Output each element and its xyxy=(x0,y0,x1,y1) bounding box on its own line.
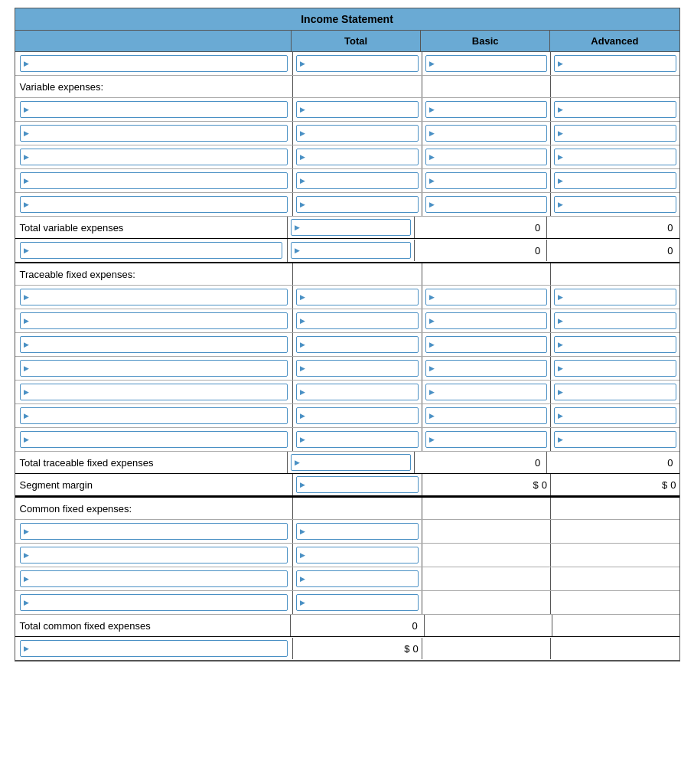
label-input[interactable] xyxy=(20,547,288,564)
total-input[interactable] xyxy=(291,242,410,259)
label-input[interactable] xyxy=(20,431,288,448)
total-input[interactable] xyxy=(296,360,418,377)
sm-total-input[interactable] xyxy=(296,476,418,493)
net-income-input[interactable] xyxy=(20,640,288,657)
total-input[interactable] xyxy=(296,431,418,448)
label-input[interactable] xyxy=(20,125,288,142)
advanced-input[interactable] xyxy=(554,289,676,305)
advanced-empty-cell xyxy=(552,615,679,636)
total-tf-input[interactable] xyxy=(291,454,410,471)
basic-input-cell xyxy=(422,286,550,309)
label-input[interactable] xyxy=(20,55,288,72)
total-input[interactable] xyxy=(296,594,418,611)
table-row: 0 0 xyxy=(15,239,679,263)
label-input[interactable] xyxy=(20,570,288,587)
total-variable-row: Total variable expenses 0 0 xyxy=(15,217,679,239)
total-input[interactable] xyxy=(296,149,418,165)
label-input[interactable] xyxy=(20,360,288,377)
label-input[interactable] xyxy=(20,242,283,259)
net-income-label xyxy=(15,637,293,660)
common-fixed-label: Common fixed expenses: xyxy=(15,500,293,518)
basic-input[interactable] xyxy=(425,407,547,424)
total-input[interactable] xyxy=(296,547,418,564)
label-input[interactable] xyxy=(20,172,288,189)
header-advanced: Advanced xyxy=(549,31,679,51)
total-input-cell xyxy=(292,193,421,216)
basic-input[interactable] xyxy=(425,431,547,448)
total-input[interactable] xyxy=(296,125,418,142)
basic-input[interactable] xyxy=(425,172,547,189)
advanced-input[interactable] xyxy=(554,360,676,377)
advanced-empty-cell xyxy=(550,591,679,614)
total-common-total-value: 0 xyxy=(290,615,424,636)
advanced-empty-cell xyxy=(550,567,679,590)
basic-input[interactable] xyxy=(425,289,547,305)
total-input-cell xyxy=(292,309,421,332)
total-input-cell xyxy=(292,544,421,567)
basic-input-cell xyxy=(422,381,550,403)
label-input[interactable] xyxy=(20,289,288,305)
basic-input-cell xyxy=(422,98,550,121)
advanced-input[interactable] xyxy=(554,312,676,329)
cf-header-basic xyxy=(422,498,550,519)
basic-input[interactable] xyxy=(425,384,547,400)
sm-advanced-value: $ 0 xyxy=(550,474,679,495)
advanced-input[interactable] xyxy=(554,196,676,213)
row-label xyxy=(15,591,293,614)
basic-input[interactable] xyxy=(425,55,547,72)
total-input[interactable] xyxy=(296,196,418,213)
advanced-input[interactable] xyxy=(554,101,676,118)
total-tf-basic-value: 0 xyxy=(414,452,546,473)
label-input[interactable] xyxy=(20,336,288,353)
total-input[interactable] xyxy=(296,312,418,329)
basic-value: 0 xyxy=(414,240,546,261)
total-ve-input[interactable] xyxy=(291,219,410,236)
label-input[interactable] xyxy=(20,312,288,329)
label-input[interactable] xyxy=(20,101,288,118)
advanced-input-cell xyxy=(550,145,679,168)
advanced-input[interactable] xyxy=(554,55,676,72)
advanced-input[interactable] xyxy=(554,336,676,353)
row-label xyxy=(15,239,288,262)
sm-basic-zero: 0 xyxy=(542,479,547,491)
total-input[interactable] xyxy=(296,523,418,540)
total-input[interactable] xyxy=(296,172,418,189)
basic-input[interactable] xyxy=(425,101,547,118)
total-input[interactable] xyxy=(296,384,418,400)
advanced-input[interactable] xyxy=(554,149,676,165)
advanced-input[interactable] xyxy=(554,172,676,189)
label-input[interactable] xyxy=(20,196,288,213)
advanced-input[interactable] xyxy=(554,407,676,424)
row-label xyxy=(15,333,293,356)
basic-input[interactable] xyxy=(425,336,547,353)
basic-input[interactable] xyxy=(425,125,547,142)
total-input[interactable] xyxy=(296,55,418,72)
advanced-input-cell xyxy=(550,169,679,192)
label-input[interactable] xyxy=(20,149,288,165)
label-input[interactable] xyxy=(20,594,288,611)
total-input[interactable] xyxy=(296,570,418,587)
label-input[interactable] xyxy=(20,523,288,540)
total-tf-input-cell xyxy=(287,452,413,473)
basic-input[interactable] xyxy=(425,312,547,329)
advanced-input[interactable] xyxy=(554,125,676,142)
basic-input[interactable] xyxy=(425,360,547,377)
advanced-input[interactable] xyxy=(554,384,676,400)
tf-header-total xyxy=(292,263,421,285)
label-input[interactable] xyxy=(20,407,288,424)
basic-input[interactable] xyxy=(425,196,547,213)
net-income-row: $ 0 xyxy=(15,637,679,661)
sm-total-input-cell xyxy=(292,474,421,495)
table-row xyxy=(15,333,679,357)
total-input[interactable] xyxy=(296,101,418,118)
basic-input[interactable] xyxy=(425,149,547,165)
total-input[interactable] xyxy=(296,407,418,424)
row-label xyxy=(15,544,293,567)
total-ve-advanced-value: 0 xyxy=(546,217,679,238)
advanced-input[interactable] xyxy=(554,431,676,448)
label-input[interactable] xyxy=(20,384,288,400)
total-input[interactable] xyxy=(296,289,418,305)
segment-margin-label: Segment margin xyxy=(15,476,293,494)
table-row xyxy=(15,520,679,544)
total-input[interactable] xyxy=(296,336,418,353)
